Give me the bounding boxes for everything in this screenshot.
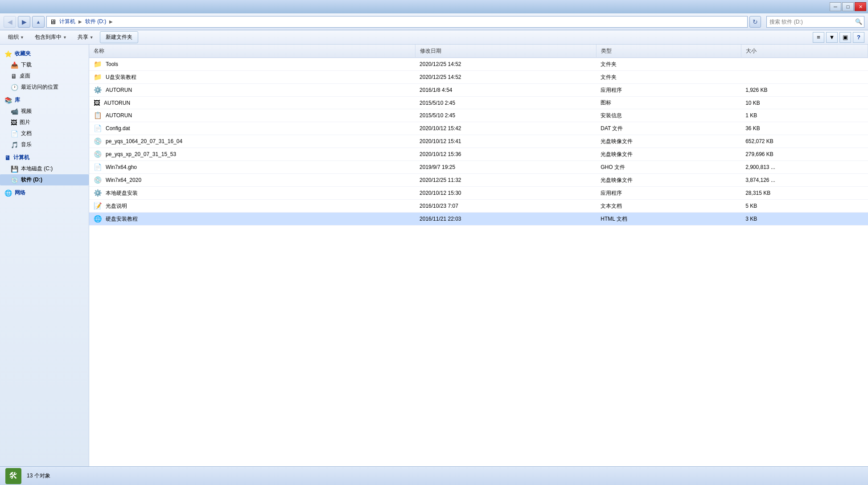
- file-name: pe_yqs_1064_20_07_31_16_04: [106, 138, 182, 144]
- sidebar-item-pictures[interactable]: 🖼 图片: [0, 117, 89, 128]
- d-drive-label: 软件 (D:): [21, 176, 42, 184]
- maximize-button[interactable]: □: [842, 2, 854, 11]
- c-drive-icon: 💾: [11, 165, 18, 173]
- sidebar-item-d-drive[interactable]: 💿 软件 (D:): [0, 174, 89, 185]
- file-type: 文件夹: [596, 58, 741, 71]
- file-icon: 📋: [94, 111, 102, 119]
- file-size: 28,315 KB: [741, 187, 868, 200]
- downloads-label: 下载: [21, 61, 32, 69]
- col-size[interactable]: 大小: [741, 45, 868, 58]
- music-icon: 🎵: [11, 141, 18, 148]
- search-button[interactable]: 🔍: [854, 17, 864, 27]
- file-table: 名称 修改日期 类型 大小 📁 Tools 2020/12/25 14:52 文…: [89, 45, 868, 226]
- network-header[interactable]: 🌐 网络: [0, 187, 89, 198]
- col-name[interactable]: 名称: [89, 45, 415, 58]
- file-size: 652,072 KB: [741, 135, 868, 148]
- table-row[interactable]: 💿 Win7x64_2020 2020/12/25 11:32 光盘映像文件 3…: [89, 174, 868, 187]
- refresh-button[interactable]: ↻: [749, 16, 761, 28]
- table-row[interactable]: 📁 Tools 2020/12/25 14:52 文件夹: [89, 58, 868, 71]
- table-row[interactable]: 💿 pe_yqs_xp_20_07_31_15_53 2020/10/12 15…: [89, 148, 868, 161]
- favorites-icon: ⭐: [4, 50, 12, 58]
- file-size: 2,900,813 ...: [741, 161, 868, 174]
- organize-label: 组织: [8, 33, 19, 41]
- documents-label: 文档: [21, 130, 32, 137]
- view-button[interactable]: ≡: [813, 32, 824, 43]
- file-icon: 📄: [94, 163, 102, 171]
- table-row[interactable]: 📋 AUTORUN 2015/5/10 2:45 安装信息 1 KB: [89, 109, 868, 122]
- sidebar-item-recent[interactable]: 🕐 最近访问的位置: [0, 82, 89, 93]
- table-row[interactable]: 💿 pe_yqs_1064_20_07_31_16_04 2020/10/12 …: [89, 135, 868, 148]
- file-size: 5 KB: [741, 200, 868, 213]
- new-folder-button[interactable]: 新建文件夹: [100, 31, 138, 43]
- file-modified: 2015/5/10 2:45: [415, 97, 596, 109]
- file-type: 文件夹: [596, 71, 741, 84]
- menubar: 组织 ▼ 包含到库中 ▼ 共享 ▼ 新建文件夹 ≡ ▼ ▣ ?: [0, 30, 868, 45]
- file-name: 光盘说明: [106, 202, 127, 210]
- desktop-label: 桌面: [20, 72, 30, 80]
- computer-icon: 🖥: [49, 18, 56, 25]
- share-label: 共享: [78, 33, 88, 41]
- file-modified: 2020/12/25 14:52: [415, 71, 596, 84]
- organize-menu[interactable]: 组织 ▼: [4, 32, 29, 43]
- file-name-cell: 💿 pe_yqs_xp_20_07_31_15_53: [89, 148, 415, 161]
- table-row[interactable]: ⚙️ 本地硬盘安装 2020/10/12 15:30 应用程序 28,315 K…: [89, 187, 868, 200]
- address-drive[interactable]: 软件 (D:): [84, 17, 107, 26]
- file-icon: 💿: [94, 176, 102, 184]
- col-modified[interactable]: 修改日期: [415, 45, 596, 58]
- file-type: 光盘映像文件: [596, 135, 741, 148]
- table-row[interactable]: 📝 光盘说明 2016/10/23 7:07 文本文档 5 KB: [89, 200, 868, 213]
- address-bar[interactable]: 🖥 计算机 ▶ 软件 (D:) ▶: [46, 16, 748, 28]
- file-modified: 2016/11/21 22:03: [415, 213, 596, 226]
- file-icon: 💿: [94, 137, 102, 145]
- search-input[interactable]: [766, 16, 864, 28]
- preview-button[interactable]: ▣: [839, 32, 851, 43]
- file-modified: 2020/10/12 15:30: [415, 187, 596, 200]
- share-menu[interactable]: 共享 ▼: [73, 32, 98, 43]
- sidebar-item-video[interactable]: 📹 视频: [0, 106, 89, 117]
- table-row[interactable]: 📄 Config.dat 2020/10/12 15:42 DAT 文件 36 …: [89, 122, 868, 135]
- network-label: 网络: [15, 189, 25, 197]
- file-modified: 2020/10/12 15:36: [415, 148, 596, 161]
- sidebar-item-desktop[interactable]: 🖥 桌面: [0, 70, 89, 82]
- network-section: 🌐 网络: [0, 187, 89, 198]
- sidebar: ⭐ 收藏夹 📥 下载 🖥 桌面 🕐 最近访问的位置 📚 库: [0, 45, 89, 466]
- minimize-button[interactable]: ─: [830, 2, 841, 11]
- up-button[interactable]: ▲: [32, 16, 45, 28]
- table-row[interactable]: 🌐 硬盘安装教程 2016/11/21 22:03 HTML 文档 3 KB: [89, 213, 868, 226]
- table-row[interactable]: 📁 U盘安装教程 2020/12/25 14:52 文件夹: [89, 71, 868, 84]
- table-row[interactable]: ⚙️ AUTORUN 2016/1/8 4:54 应用程序 1,926 KB: [89, 84, 868, 97]
- help-button[interactable]: ?: [853, 32, 864, 43]
- table-row[interactable]: 🖼 AUTORUN 2015/5/10 2:45 图标 10 KB: [89, 97, 868, 109]
- status-logo-icon: 🛠: [9, 471, 18, 481]
- favorites-header[interactable]: ⭐ 收藏夹: [0, 48, 89, 59]
- status-count: 13 个对象: [27, 472, 50, 480]
- music-label: 音乐: [21, 141, 32, 148]
- table-row[interactable]: 📄 Win7x64.gho 2019/9/7 19:25 GHO 文件 2,90…: [89, 161, 868, 174]
- include-library-arrow: ▼: [63, 35, 67, 40]
- view-dropdown-button[interactable]: ▼: [826, 32, 838, 43]
- file-name: 硬盘安装教程: [106, 215, 138, 223]
- file-name: AUTORUN: [104, 100, 130, 106]
- library-header[interactable]: 📚 库: [0, 95, 89, 106]
- file-modified: 2016/10/23 7:07: [415, 200, 596, 213]
- file-size: 1 KB: [741, 109, 868, 122]
- col-type[interactable]: 类型: [596, 45, 741, 58]
- file-name: AUTORUN: [106, 87, 132, 93]
- file-size: 3 KB: [741, 213, 868, 226]
- file-modified: 2020/12/25 14:52: [415, 58, 596, 71]
- address-computer[interactable]: 计算机: [58, 17, 77, 26]
- include-library-menu[interactable]: 包含到库中 ▼: [30, 32, 71, 43]
- file-modified: 2020/10/12 15:41: [415, 135, 596, 148]
- c-drive-label: 本地磁盘 (C:): [21, 165, 53, 173]
- sidebar-item-music[interactable]: 🎵 音乐: [0, 139, 89, 150]
- close-button[interactable]: ✕: [855, 2, 866, 11]
- sidebar-item-downloads[interactable]: 📥 下载: [0, 59, 89, 70]
- documents-icon: 📄: [11, 130, 18, 137]
- computer-header[interactable]: 🖥 计算机: [0, 152, 89, 163]
- sidebar-item-c-drive[interactable]: 💾 本地磁盘 (C:): [0, 163, 89, 174]
- forward-button[interactable]: ▶: [18, 16, 30, 28]
- sidebar-item-documents[interactable]: 📄 文档: [0, 128, 89, 139]
- recent-icon: 🕐: [11, 84, 18, 91]
- back-button[interactable]: ◀: [4, 16, 16, 28]
- video-label: 视频: [21, 107, 32, 115]
